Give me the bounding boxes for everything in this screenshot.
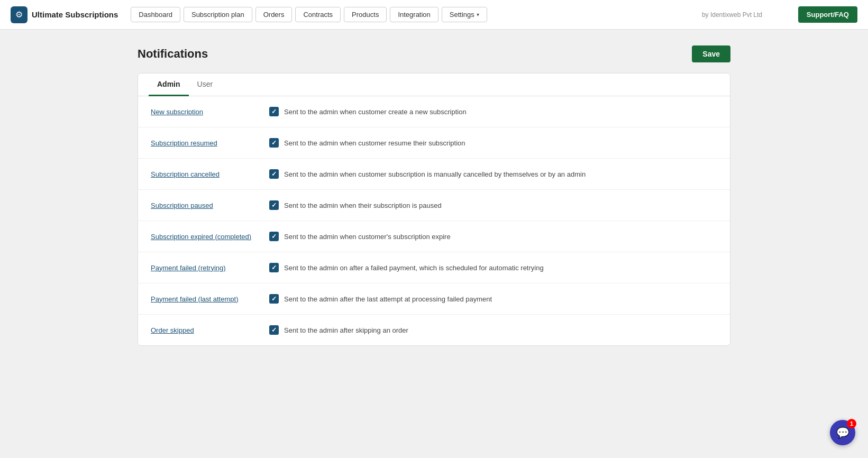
notification-content-order-skipped: Sent to the admin after skipping an orde…	[269, 325, 717, 335]
notification-row-subscription-paused: Subscription pausedSent to the admin whe…	[138, 190, 730, 221]
notification-row-payment-failed-last-attempt: Payment failed (last attempt)Sent to the…	[138, 283, 730, 315]
notification-row-subscription-cancelled: Subscription cancelledSent to the admin …	[138, 159, 730, 190]
notification-desc-payment-failed-retrying: Sent to the admin on after a failed paym…	[284, 264, 544, 272]
support-faq-button[interactable]: Support/FAQ	[798, 6, 857, 23]
checkbox-new-subscription[interactable]	[269, 107, 279, 116]
checkbox-subscription-expired[interactable]	[269, 232, 279, 241]
notification-desc-payment-failed-last-attempt: Sent to the admin after the last attempt…	[284, 295, 492, 303]
notification-content-payment-failed-last-attempt: Sent to the admin after the last attempt…	[269, 294, 717, 304]
notification-row-subscription-resumed: Subscription resumedSent to the admin wh…	[138, 127, 730, 159]
notification-link-new-subscription[interactable]: New subscription	[151, 108, 257, 116]
notification-row-order-skipped: Order skippedSent to the admin after ski…	[138, 315, 730, 345]
by-text: by Identixweb Pvt Ltd	[702, 11, 762, 19]
notifications-card: Admin User New subscriptionSent to the a…	[138, 73, 730, 346]
notification-link-subscription-cancelled[interactable]: Subscription cancelled	[151, 170, 257, 178]
notification-link-subscription-paused[interactable]: Subscription paused	[151, 201, 257, 209]
checkbox-subscription-paused[interactable]	[269, 200, 279, 210]
nav-contracts[interactable]: Contracts	[295, 7, 341, 22]
notification-link-order-skipped[interactable]: Order skipped	[151, 326, 257, 334]
nav-integration[interactable]: Integration	[390, 7, 438, 22]
notification-row-subscription-expired: Subscription expired (completed)Sent to …	[138, 221, 730, 252]
nav-subscription-plan[interactable]: Subscription plan	[184, 7, 252, 22]
checkbox-subscription-resumed[interactable]	[269, 138, 279, 148]
notification-content-new-subscription: Sent to the admin when customer create a…	[269, 107, 717, 116]
nav-buttons: Dashboard Subscription plan Orders Contr…	[131, 7, 798, 22]
notification-link-payment-failed-last-attempt[interactable]: Payment failed (last attempt)	[151, 295, 257, 303]
logo-area: ⚙ Ultimate Subscriptions	[11, 6, 118, 23]
notification-desc-subscription-cancelled: Sent to the admin when customer subscrip…	[284, 170, 586, 178]
notification-desc-subscription-resumed: Sent to the admin when customer resume t…	[284, 139, 465, 147]
nav-dashboard[interactable]: Dashboard	[131, 7, 180, 22]
checkbox-payment-failed-last-attempt[interactable]	[269, 294, 279, 304]
notification-link-payment-failed-retrying[interactable]: Payment failed (retrying)	[151, 264, 257, 272]
notification-link-subscription-resumed[interactable]: Subscription resumed	[151, 139, 257, 147]
main-content: Notifications Save Admin User New subscr…	[0, 30, 868, 362]
chat-icon: 💬	[836, 426, 849, 439]
checkbox-payment-failed-retrying[interactable]	[269, 263, 279, 272]
app-title: Ultimate Subscriptions	[32, 10, 118, 19]
tab-user[interactable]: User	[189, 74, 222, 96]
notification-desc-subscription-paused: Sent to the admin when their subscriptio…	[284, 201, 442, 209]
checkbox-subscription-cancelled[interactable]	[269, 169, 279, 179]
nav-settings[interactable]: Settings ▾	[442, 7, 487, 22]
settings-chevron-icon: ▾	[477, 12, 479, 17]
nav-orders[interactable]: Orders	[255, 7, 293, 22]
notification-content-subscription-cancelled: Sent to the admin when customer subscrip…	[269, 169, 717, 179]
page-header: Notifications Save	[138, 45, 730, 62]
notification-row-payment-failed-retrying: Payment failed (retrying)Sent to the adm…	[138, 252, 730, 283]
notification-content-subscription-paused: Sent to the admin when their subscriptio…	[269, 200, 717, 210]
tabs-bar: Admin User	[138, 74, 730, 96]
notification-row-new-subscription: New subscriptionSent to the admin when c…	[138, 96, 730, 127]
notification-content-subscription-resumed: Sent to the admin when customer resume t…	[269, 138, 717, 148]
chat-widget[interactable]: 💬 1	[830, 420, 855, 445]
notification-content-payment-failed-retrying: Sent to the admin on after a failed paym…	[269, 263, 717, 272]
notification-desc-new-subscription: Sent to the admin when customer create a…	[284, 108, 467, 116]
save-button[interactable]: Save	[692, 45, 730, 62]
app-logo-icon: ⚙	[11, 6, 28, 23]
page-title: Notifications	[138, 47, 208, 61]
notification-desc-subscription-expired: Sent to the admin when customer's subscr…	[284, 233, 451, 241]
notification-link-subscription-expired[interactable]: Subscription expired (completed)	[151, 233, 257, 241]
chat-badge: 1	[847, 419, 856, 428]
notification-desc-order-skipped: Sent to the admin after skipping an orde…	[284, 326, 408, 334]
notification-list: New subscriptionSent to the admin when c…	[138, 96, 730, 345]
header: ⚙ Ultimate Subscriptions Dashboard Subsc…	[0, 0, 868, 30]
checkbox-order-skipped[interactable]	[269, 325, 279, 335]
tab-admin[interactable]: Admin	[149, 74, 189, 96]
notification-content-subscription-expired: Sent to the admin when customer's subscr…	[269, 232, 717, 241]
nav-products[interactable]: Products	[344, 7, 387, 22]
